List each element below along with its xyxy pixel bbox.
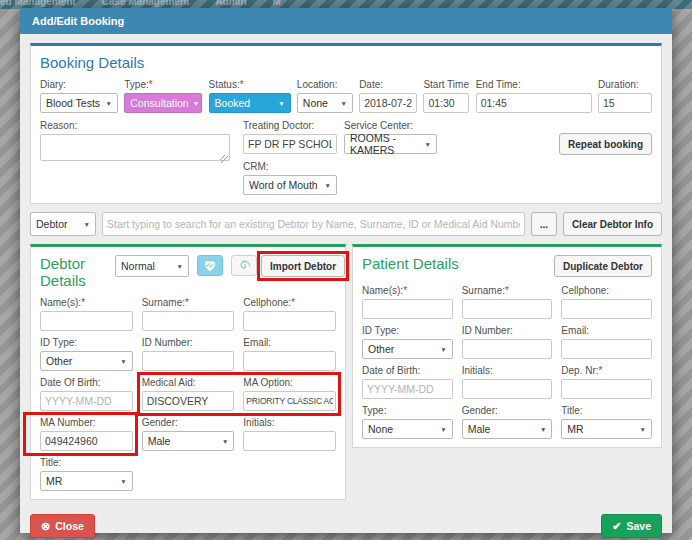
search-entity-value: Debtor [36,218,68,230]
debtor-ma-option-input[interactable] [243,391,336,411]
patient-type-label: Type: [362,405,453,417]
type-value: Consultation [130,97,188,109]
patient-names-label: Name(s):* [362,285,453,297]
patient-surname-label: Surname:* [462,285,553,297]
patient-surname-input[interactable] [462,299,553,319]
debtor-details-title: Debtor Details [40,255,102,289]
debtor-mode-select[interactable]: Normal ▼ [115,255,189,277]
duplicate-debtor-button[interactable]: Duplicate Debtor [554,255,652,277]
debtor-names-input[interactable] [40,311,133,331]
status-select[interactable]: Booked ▼ [209,93,291,113]
patient-id-number-label: ID Number: [462,325,553,337]
service-center-label: Service Center: [344,120,437,132]
end-time-input[interactable] [476,93,592,113]
debtor-names-label: Name(s):* [40,297,133,309]
reason-label: Reason: [40,120,230,132]
close-button[interactable]: ⊗ Close [30,514,95,538]
debtor-cellphone-input[interactable] [243,311,336,331]
heart-pulse-button[interactable] [197,255,223,276]
debtor-title-select[interactable]: MR ▼ [40,471,133,491]
patient-email-label: Email: [561,325,652,337]
treating-doctor-label: Treating Doctor: [243,120,337,132]
page-background: ed Management Case Management Admin M Ad… [0,0,692,540]
type-label: Type:* [124,79,202,91]
patient-id-type-value: Other [368,343,394,355]
patient-type-select[interactable]: None ▼ [362,419,453,439]
patient-email-input[interactable] [561,339,652,359]
service-center-value: ROOMS - KAMERS [350,132,421,156]
diary-value: Blood Tests [46,97,100,109]
chevron-down-icon: ▼ [440,426,446,433]
debtor-ma-number-input[interactable] [40,431,133,451]
patient-title-select[interactable]: MR ▼ [561,419,652,439]
patient-id-number-input[interactable] [462,339,553,359]
highlight-box-import: Import Debtor [257,251,349,281]
status-label: Status:* [209,79,291,91]
debtor-ma-option-label: MA Option: [243,377,336,389]
add-edit-booking-modal: Add/Edit Booking Booking Details Diary: … [20,8,672,533]
close-button-label: Close [55,520,84,532]
resize-handle-icon[interactable] [220,155,228,163]
debtor-search-input[interactable] [102,212,525,236]
chevron-down-icon: ▼ [84,221,90,228]
debtor-gender-select[interactable]: Male ▼ [142,431,235,451]
patient-initials-input[interactable] [462,379,553,399]
debtor-id-number-input[interactable] [142,351,235,371]
save-button[interactable]: ✔ Save [601,514,662,538]
patient-details-title: Patient Details [362,255,459,272]
date-input[interactable] [359,93,417,113]
search-more-button[interactable]: ... [531,212,557,236]
repeat-booking-button[interactable]: Repeat booking [559,133,652,155]
type-select[interactable]: Consultation ▼ [124,93,202,113]
diary-select[interactable]: Blood Tests ▼ [40,93,118,113]
location-value: None [303,97,328,109]
spiral-button[interactable] [231,255,257,276]
duration-input[interactable] [598,93,652,113]
patient-title-label: Title: [561,405,652,417]
location-label: Location: [297,79,353,91]
debtor-initials-label: Initials: [243,417,336,429]
modal-title: Add/Edit Booking [20,8,672,34]
location-select[interactable]: None ▼ [297,93,353,113]
chevron-down-icon: ▼ [120,478,126,485]
patient-gender-select[interactable]: Male ▼ [462,419,553,439]
debtor-cellphone-label: Cellphone:* [243,297,336,309]
debtor-initials-input[interactable] [243,431,336,451]
debtor-email-input[interactable] [243,351,336,371]
debtor-details-panel: Debtor Details Normal ▼ [30,244,346,500]
treating-doctor-input[interactable] [243,134,337,154]
chevron-down-icon: ▼ [425,141,431,148]
patient-id-type-select[interactable]: Other ▼ [362,339,453,359]
status-value: Booked [215,97,251,109]
save-button-label: Save [626,520,651,532]
booking-details-title: Booking Details [40,54,652,71]
service-center-select[interactable]: ROOMS - KAMERS ▼ [344,134,437,154]
debtor-title-value: MR [46,475,62,487]
clear-debtor-info-button[interactable]: Clear Debtor Info [563,212,662,236]
debtor-id-type-select[interactable]: Other ▼ [40,351,133,371]
debtor-dob-label: Date Of Birth: [40,377,133,389]
patient-cellphone-input[interactable] [561,299,652,319]
chevron-down-icon: ▼ [340,100,346,107]
end-time-label: End Time: [476,79,592,91]
debtor-mode-value: Normal [121,260,155,272]
chevron-down-icon: ▼ [640,426,646,433]
patient-type-value: None [368,423,393,435]
crm-select[interactable]: Word of Mouth ▼ [243,175,337,195]
chevron-down-icon: ▼ [325,182,331,189]
patient-title-value: MR [567,423,583,435]
debtor-surname-input[interactable] [142,311,235,331]
start-time-input[interactable] [423,93,469,113]
debtor-surname-label: Surname:* [142,297,235,309]
debtor-dob-input[interactable] [40,391,133,411]
search-entity-select[interactable]: Debtor ▼ [30,212,96,236]
patient-dep-nr-input[interactable] [561,379,652,399]
chevron-down-icon: ▼ [278,100,284,107]
debtor-email-label: Email: [243,337,336,349]
debtor-medical-aid-input[interactable] [142,391,235,411]
patient-names-input[interactable] [362,299,453,319]
reason-textarea[interactable] [40,134,230,161]
start-time-label: Start Time: [423,79,469,91]
patient-dob-input[interactable] [362,379,453,399]
import-debtor-button[interactable]: Import Debtor [261,255,345,277]
